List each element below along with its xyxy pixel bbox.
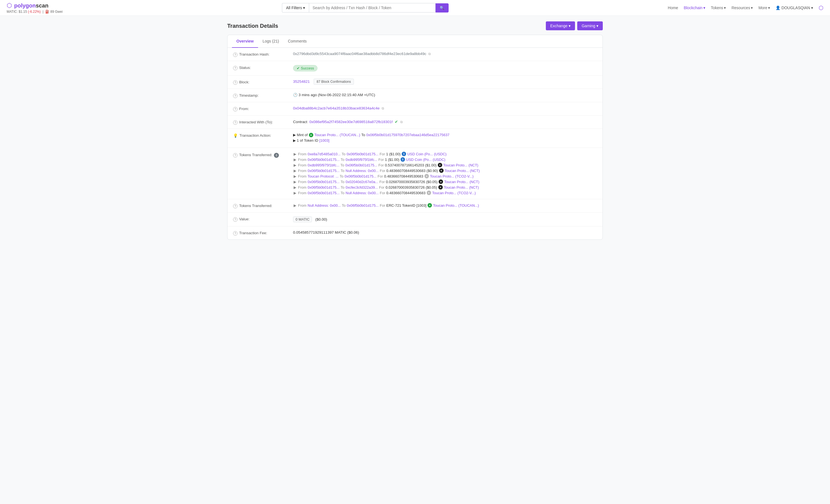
status-row: ? Status: ✔ Success (227, 61, 603, 75)
to-addr-link[interactable]: 0x06f5b0b01d175... (345, 163, 377, 167)
token-transfer-row: ▶ From 0xdb995f975f1bfc... To 0x06f5b0b0… (293, 163, 597, 167)
block-label: Block: (239, 80, 250, 84)
connect-wallet-icon[interactable]: ⬡ (819, 4, 823, 11)
value-matic: 0 MATIC (293, 216, 312, 222)
tx-fee-label: Transaction Fee: (239, 231, 267, 235)
erc721-token-link[interactable]: Toucan Proto... (TOUCAN...) (433, 203, 479, 208)
from-addr-link[interactable]: 0x06f5b0b01d175... (308, 158, 340, 162)
token-name-link[interactable]: Toucan Proto... (NCT) (444, 180, 479, 184)
tx-hash-value: 0x2796dbd3d9c5543caa9074f8aac04f6ae38adb… (293, 52, 426, 56)
from-addr-link[interactable]: 0x06f5b0b01d175... (308, 191, 340, 195)
tokens-transferred-721-row: ? Tokens Transferred: ▶ From Null Addres… (227, 199, 603, 213)
search-input[interactable] (309, 3, 435, 12)
tx-hash-row: ? Transaction Hash: 0x2796dbd3d9c5543caa… (227, 48, 603, 61)
nav-home[interactable]: Home (668, 5, 678, 10)
token-id-link[interactable]: [1003] (319, 138, 329, 143)
tx-action-row: 💡 Transaction Action: ▶ Mint of ● Toucan… (227, 129, 603, 148)
help-icon: ? (233, 204, 237, 209)
to-addr-link-721[interactable]: 0x06f5b0b01d175... (347, 203, 379, 208)
help-icon: ? (233, 120, 237, 125)
to-addr-link[interactable]: 0xcfec3cfd322a39... (346, 185, 378, 189)
mint-token-link[interactable]: Toucan Proto... (TOUCAN...) (314, 133, 360, 137)
to-addr-link[interactable]: 0x06f5b0b01d175... (347, 152, 379, 156)
exchange-button[interactable]: Exchange ▾ (546, 22, 575, 30)
toucan-token-icon: ● (309, 133, 313, 137)
to-addr-link[interactable]: 0x06f5b0b01d175... (345, 174, 376, 178)
erc721-transfer-row: ▶ From Null Address: 0x00... To 0x06f5b0… (293, 203, 597, 208)
arrow-icon: ▶ (294, 174, 296, 178)
arrow-icon: ▶ (294, 163, 296, 167)
from-addr-link[interactable]: 0xdb995f975f1bfc... (308, 163, 339, 167)
from-address-link[interactable]: 0x04dba88b4c2acb7e64a3518b33bace83634a4c… (293, 106, 380, 110)
value-row: ? Value: 0 MATIC ($0.00) (227, 213, 603, 226)
token-name-link[interactable]: Toucan Proto... (NCT) (443, 163, 478, 167)
from-addr-link[interactable]: 0xe8a7d5485a010... (308, 152, 341, 156)
filter-button[interactable]: All Filters ▾ (282, 3, 309, 12)
gaming-button[interactable]: Gaming ▾ (577, 22, 603, 30)
from-row: ? From: 0x04dba88b4c2acb7e64a3518b33bace… (227, 102, 603, 116)
contract-address-link[interactable]: 0x086ef95a2f74582ee30e7d698518a872fb1830… (310, 120, 393, 124)
copy-icon[interactable]: ⧉ (428, 52, 431, 56)
verified-icon: ✔ (395, 120, 398, 124)
from-addr-link[interactable]: Toucan Protocol: ... (308, 174, 338, 178)
value-label: Value: (239, 217, 250, 221)
nav-more[interactable]: More ▾ (758, 5, 770, 10)
token-icon: ● (438, 185, 443, 189)
to-addr-link[interactable]: Null Address: 0x00... (346, 169, 379, 173)
tab-comments[interactable]: Comments (283, 35, 311, 48)
nav-blockchain[interactable]: Blockchain ▾ (683, 5, 705, 10)
header: ⬡ polygonscan MATIC: $1.15 (-6.22%) | ⛽ … (0, 0, 830, 16)
to-addr-link[interactable]: 0xdb995f975f1bfc... (346, 158, 377, 162)
transfer-amount: 0.026870003935830726 ($0.05) (386, 185, 437, 189)
for-label: For (378, 174, 383, 178)
nav-resources[interactable]: Resources ▾ (731, 5, 753, 10)
to-addr-link[interactable]: Null Address: 0x00... (346, 191, 379, 195)
chevron-down-icon: ▾ (724, 5, 726, 10)
from-addr-link[interactable]: 0x06f5b0b01d175... (308, 185, 340, 189)
token-icon: ● (438, 163, 442, 167)
token-name-link[interactable]: USD Coin (Po... (USDC) (407, 152, 447, 156)
transfer-amount: 0.483660708449530683 ($0.90) (386, 169, 438, 173)
from-label: From (298, 203, 307, 208)
token-id-label: Token ID (304, 138, 318, 143)
token-transfer-row: ▶ From 0x06f5b0b01d175... To 0xdb995f975… (293, 157, 597, 162)
user-menu[interactable]: 👤 DOUGLASQIAN ▾ (775, 5, 813, 10)
null-addr-link[interactable]: Null Address: 0x00... (308, 203, 341, 208)
block-number-link[interactable]: 35254821 (293, 80, 310, 84)
copy-icon[interactable]: ⧉ (400, 120, 403, 124)
token-name-link[interactable]: Toucan Proto... (NCT) (444, 185, 479, 189)
page-actions: Exchange ▾ Gaming ▾ (546, 22, 603, 30)
token-icon: $ (401, 157, 405, 162)
for-label: For (380, 191, 385, 195)
token-name-link[interactable]: Toucan Proto... (NCT) (445, 169, 480, 173)
mint-to-label: To (361, 133, 365, 137)
to-label: To (341, 158, 345, 162)
mint-to-addr-link[interactable]: 0x06f5b0b01d175970b7207ebaa146d5ea221756… (366, 133, 449, 137)
tab-overview[interactable]: Overview (232, 35, 258, 48)
chevron-down-icon: ▾ (703, 5, 705, 10)
mint-prefix: ▶ Mint of (293, 133, 308, 137)
from-label: From (298, 152, 307, 156)
token-id-action-row: ▶ 1 of Token ID [1003] (293, 138, 597, 143)
search-button[interactable]: 🔍 (436, 3, 449, 12)
from-addr-link[interactable]: 0x06f5b0b01d175... (308, 180, 340, 184)
to-addr-link[interactable]: 0x02040d2c67e0a... (346, 180, 378, 184)
token-icon: ● (439, 180, 443, 184)
nav-tokens[interactable]: Tokens ▾ (711, 5, 726, 10)
token-name-link[interactable]: USD Coin (Po... (USDC) (406, 158, 446, 162)
token-name-link[interactable]: Toucan Proto... (TCO2-V...) (430, 174, 474, 178)
token-transfer-row: ▶ From 0x06f5b0b01d175... To 0x02040d2c6… (293, 180, 597, 184)
help-icon: ? (233, 107, 237, 112)
for-label: For (379, 185, 384, 189)
search-icon: 🔍 (440, 6, 444, 10)
block-row: ? Block: 35254821 87 Block Confirmations (227, 75, 603, 89)
token-name-link[interactable]: Toucan Proto... (TCO2-V...) (432, 191, 476, 195)
chevron-down-icon: ▾ (768, 5, 770, 10)
from-addr-link[interactable]: 0x06f5b0b01d175... (308, 169, 340, 173)
to-label: To (340, 174, 344, 178)
tab-logs[interactable]: Logs (21) (258, 35, 283, 48)
timestamp-row: ? Timestamp: 🕐 3 mins ago (Nov-06-2022 0… (227, 89, 603, 102)
copy-icon[interactable]: ⧉ (382, 106, 384, 110)
one-of-text: ▶ 1 of (293, 138, 303, 143)
main-nav: Home Blockchain ▾ Tokens ▾ Resources ▾ M… (668, 4, 823, 11)
